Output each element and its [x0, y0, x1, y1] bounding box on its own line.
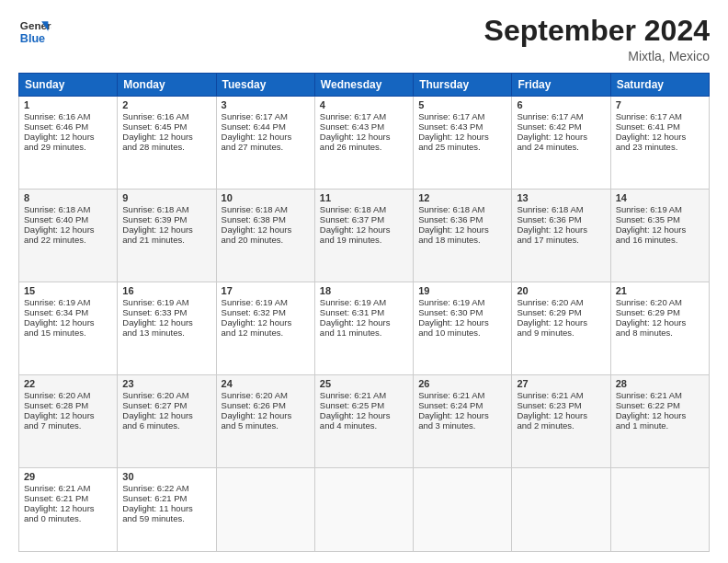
- table-row: 19Sunrise: 6:19 AMSunset: 6:30 PMDayligh…: [414, 282, 512, 375]
- table-row: 30Sunrise: 6:22 AMSunset: 6:21 PMDayligh…: [118, 468, 216, 552]
- col-friday: Friday: [512, 74, 610, 97]
- table-row: 1Sunrise: 6:16 AMSunset: 6:46 PMDaylight…: [19, 97, 118, 190]
- calendar-title: September 2024: [484, 15, 710, 47]
- calendar-table: Sunday Monday Tuesday Wednesday Thursday…: [18, 73, 710, 552]
- col-wednesday: Wednesday: [314, 74, 413, 97]
- table-row: 16Sunrise: 6:19 AMSunset: 6:33 PMDayligh…: [118, 282, 216, 375]
- table-row: 22Sunrise: 6:20 AMSunset: 6:28 PMDayligh…: [19, 375, 118, 468]
- week-row-3: 22Sunrise: 6:20 AMSunset: 6:28 PMDayligh…: [19, 375, 710, 468]
- table-row: 8Sunrise: 6:18 AMSunset: 6:40 PMDaylight…: [19, 190, 118, 282]
- header: General Blue September 2024 Mixtla, Mexi…: [18, 15, 710, 63]
- table-row: 28Sunrise: 6:21 AMSunset: 6:22 PMDayligh…: [610, 375, 709, 468]
- table-row: 15Sunrise: 6:19 AMSunset: 6:34 PMDayligh…: [19, 282, 118, 375]
- table-row: 10Sunrise: 6:18 AMSunset: 6:38 PMDayligh…: [216, 190, 314, 282]
- table-row: 26Sunrise: 6:21 AMSunset: 6:24 PMDayligh…: [414, 375, 512, 468]
- calendar-subtitle: Mixtla, Mexico: [484, 49, 710, 63]
- table-row: 5Sunrise: 6:17 AMSunset: 6:43 PMDaylight…: [414, 97, 512, 190]
- table-row: 9Sunrise: 6:18 AMSunset: 6:39 PMDaylight…: [118, 190, 216, 282]
- table-row: 21Sunrise: 6:20 AMSunset: 6:29 PMDayligh…: [610, 282, 709, 375]
- table-row: 11Sunrise: 6:18 AMSunset: 6:37 PMDayligh…: [314, 190, 413, 282]
- table-row: 23Sunrise: 6:20 AMSunset: 6:27 PMDayligh…: [118, 375, 216, 468]
- col-tuesday: Tuesday: [216, 74, 314, 97]
- col-sunday: Sunday: [19, 74, 118, 97]
- table-row: 24Sunrise: 6:20 AMSunset: 6:26 PMDayligh…: [216, 375, 314, 468]
- table-row: 17Sunrise: 6:19 AMSunset: 6:32 PMDayligh…: [216, 282, 314, 375]
- week-row-4: 29Sunrise: 6:21 AMSunset: 6:21 PMDayligh…: [19, 468, 710, 552]
- week-row-1: 8Sunrise: 6:18 AMSunset: 6:40 PMDaylight…: [19, 190, 710, 282]
- table-row: [610, 468, 709, 552]
- table-row: 29Sunrise: 6:21 AMSunset: 6:21 PMDayligh…: [19, 468, 118, 552]
- col-thursday: Thursday: [414, 74, 512, 97]
- week-row-0: 1Sunrise: 6:16 AMSunset: 6:46 PMDaylight…: [19, 97, 710, 190]
- table-row: 20Sunrise: 6:20 AMSunset: 6:29 PMDayligh…: [512, 282, 610, 375]
- table-row: [314, 468, 413, 552]
- table-row: 14Sunrise: 6:19 AMSunset: 6:35 PMDayligh…: [610, 190, 709, 282]
- title-block: September 2024 Mixtla, Mexico: [484, 15, 710, 63]
- logo-icon: General Blue: [18, 15, 51, 48]
- table-row: [216, 468, 314, 552]
- col-monday: Monday: [118, 74, 216, 97]
- table-row: [512, 468, 610, 552]
- table-row: 13Sunrise: 6:18 AMSunset: 6:36 PMDayligh…: [512, 190, 610, 282]
- week-row-2: 15Sunrise: 6:19 AMSunset: 6:34 PMDayligh…: [19, 282, 710, 375]
- header-row: Sunday Monday Tuesday Wednesday Thursday…: [19, 74, 710, 97]
- table-row: 12Sunrise: 6:18 AMSunset: 6:36 PMDayligh…: [414, 190, 512, 282]
- table-row: 4Sunrise: 6:17 AMSunset: 6:43 PMDaylight…: [314, 97, 413, 190]
- table-row: 6Sunrise: 6:17 AMSunset: 6:42 PMDaylight…: [512, 97, 610, 190]
- col-saturday: Saturday: [610, 74, 709, 97]
- table-row: [414, 468, 512, 552]
- table-row: 27Sunrise: 6:21 AMSunset: 6:23 PMDayligh…: [512, 375, 610, 468]
- table-row: 18Sunrise: 6:19 AMSunset: 6:31 PMDayligh…: [314, 282, 413, 375]
- logo: General Blue: [18, 15, 51, 48]
- table-row: 7Sunrise: 6:17 AMSunset: 6:41 PMDaylight…: [610, 97, 709, 190]
- table-row: 3Sunrise: 6:17 AMSunset: 6:44 PMDaylight…: [216, 97, 314, 190]
- calendar-page: General Blue September 2024 Mixtla, Mexi…: [0, 0, 728, 563]
- table-row: 25Sunrise: 6:21 AMSunset: 6:25 PMDayligh…: [314, 375, 413, 468]
- svg-text:Blue: Blue: [20, 32, 45, 45]
- table-row: 2Sunrise: 6:16 AMSunset: 6:45 PMDaylight…: [118, 97, 216, 190]
